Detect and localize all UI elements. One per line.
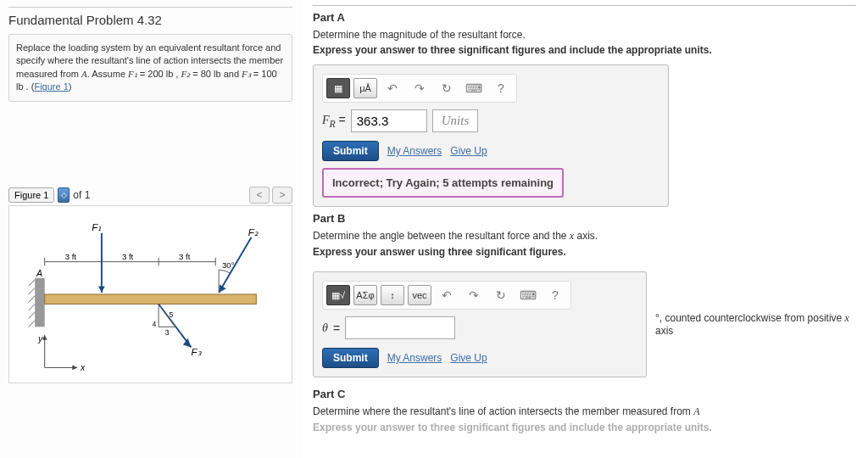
part-b-my-answers-link[interactable]: My Answers	[387, 352, 442, 364]
templates-icon[interactable]: ▦	[326, 78, 350, 98]
part-a-instr: Express your answer to three significant…	[313, 44, 856, 56]
undo-icon[interactable]: ↶	[435, 285, 459, 305]
svg-line-9	[29, 295, 36, 302]
svg-text:4: 4	[152, 320, 156, 328]
part-c-title: Part C	[313, 388, 856, 400]
redo-icon[interactable]: ↷	[408, 78, 431, 98]
left-pane: Fundamental Problem 4.32 Replace the loa…	[0, 0, 301, 458]
figure-select[interactable]: Figure 1	[8, 187, 54, 203]
help-icon[interactable]: ?	[489, 78, 513, 98]
svg-rect-6	[35, 277, 45, 327]
figure-diagram: x y A 3 ft 3 ft 3 ft F₁ F₂ 30°	[8, 205, 292, 383]
part-b-instr: Express your answer using three signific…	[313, 246, 856, 258]
svg-text:x: x	[80, 362, 86, 372]
part-b-suffix: °, counted counterclockwise from positiv…	[655, 312, 856, 337]
right-pane: Part A Determine the magnitude of the re…	[301, 0, 868, 458]
redo-icon[interactable]: ↷	[462, 285, 486, 305]
part-b-desc: Determine the angle between the resultan…	[313, 230, 856, 243]
svg-rect-14	[45, 294, 257, 304]
part-b-title: Part B	[313, 212, 856, 225]
svg-text:F₃: F₃	[192, 347, 202, 357]
undo-icon[interactable]: ↶	[381, 78, 404, 98]
svg-text:30°: 30°	[222, 260, 235, 270]
figure-stepper[interactable]: ◇	[58, 187, 70, 203]
part-c-instr: Express your answer to three significant…	[313, 422, 856, 433]
svg-text:3 ft: 3 ft	[65, 251, 77, 260]
svg-line-10	[29, 304, 36, 310]
svg-marker-3	[42, 335, 47, 340]
svg-text:3 ft: 3 ft	[122, 251, 134, 260]
figure-selector-bar: Figure 1 ◇ of 1 < >	[8, 187, 292, 204]
svg-text:5: 5	[170, 310, 174, 318]
problem-title: Fundamental Problem 4.32	[8, 7, 292, 27]
part-b-toolbar: ▦√ ΑΣφ ↕ vec ↶ ↷ ↻ ⌨ ?	[322, 281, 571, 310]
svg-text:A: A	[36, 267, 42, 277]
part-b-answer-block: ▦√ ΑΣφ ↕ vec ↶ ↷ ↻ ⌨ ? θ = Submit My Ans…	[313, 271, 647, 377]
part-b-submit-button[interactable]: Submit	[322, 348, 379, 368]
part-a-desc: Determine the magnitude of the resultant…	[313, 29, 856, 41]
figure-link[interactable]: Figure 1	[34, 81, 68, 92]
svg-text:3: 3	[165, 328, 170, 337]
figure-next-button[interactable]: >	[272, 187, 292, 204]
reset-icon[interactable]: ↻	[489, 285, 513, 305]
part-a-toolbar: ▦ μÅ ↶ ↷ ↻ ⌨ ?	[322, 74, 517, 103]
part-a-give-up-link[interactable]: Give Up	[450, 145, 487, 157]
arrows-button[interactable]: ↕	[381, 285, 404, 305]
mu-a-button[interactable]: μÅ	[353, 78, 377, 98]
part-a-title: Part A	[313, 11, 856, 24]
part-a-feedback: Incorrect; Try Again; 5 attempts remaini…	[322, 168, 564, 198]
svg-line-8	[29, 288, 36, 294]
svg-line-7	[29, 279, 36, 286]
help-icon[interactable]: ?	[543, 285, 567, 305]
svg-text:F₂: F₂	[248, 226, 259, 237]
reset-icon[interactable]: ↻	[435, 78, 459, 98]
keyboard-icon[interactable]: ⌨	[462, 78, 486, 98]
svg-text:3 ft: 3 ft	[179, 251, 191, 260]
svg-marker-33	[183, 338, 192, 347]
part-b-give-up-link[interactable]: Give Up	[450, 352, 487, 364]
part-a-value-input[interactable]	[351, 109, 427, 132]
sigma-button[interactable]: ΑΣφ	[353, 285, 377, 305]
part-a-my-answers-link[interactable]: My Answers	[387, 145, 442, 157]
part-b-value-input[interactable]	[345, 316, 455, 339]
svg-text:y: y	[37, 332, 43, 343]
part-c-desc: Determine where the resultant's line of …	[313, 405, 856, 418]
figure-of-label: of 1	[73, 189, 90, 201]
svg-line-12	[29, 320, 36, 327]
part-a-answer-block: ▦ μÅ ↶ ↷ ↻ ⌨ ? FR = Units Submit My Answ…	[313, 64, 669, 207]
vec-button[interactable]: vec	[408, 285, 431, 305]
svg-marker-26	[98, 286, 105, 293]
part-a-submit-button[interactable]: Submit	[322, 141, 379, 161]
svg-text:F₁: F₁	[92, 222, 102, 232]
units-button[interactable]: Units	[432, 109, 479, 132]
templates-icon[interactable]: ▦√	[326, 285, 350, 305]
figure-prev-button[interactable]: <	[249, 187, 270, 204]
problem-statement: Replace the loading system by an equival…	[8, 34, 292, 102]
svg-marker-1	[72, 365, 77, 370]
svg-line-11	[29, 312, 36, 319]
keyboard-icon[interactable]: ⌨	[516, 285, 540, 305]
